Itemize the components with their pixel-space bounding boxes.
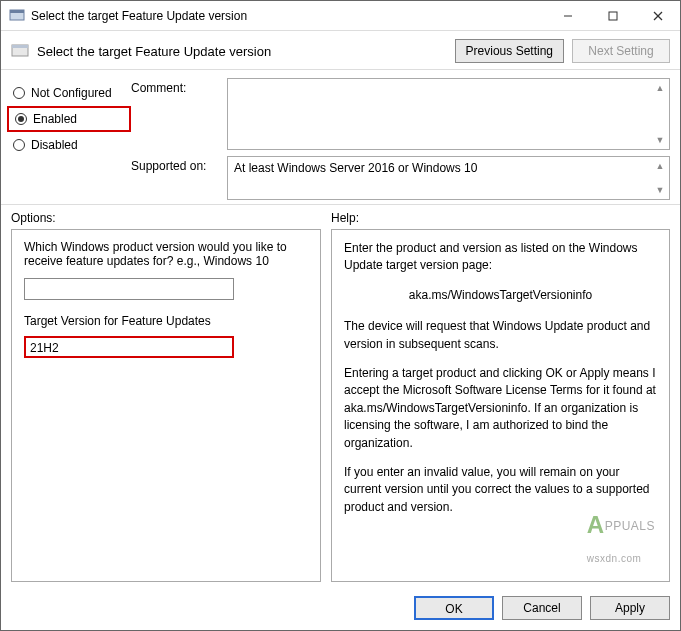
- chevron-down-icon[interactable]: ▼: [653, 133, 667, 147]
- radio-not-configured[interactable]: Not Configured: [11, 80, 131, 106]
- target-version-label: Target Version for Feature Updates: [24, 314, 308, 328]
- help-label: Help:: [331, 211, 670, 225]
- cancel-button[interactable]: Cancel: [502, 596, 582, 620]
- window-title: Select the target Feature Update version: [31, 9, 545, 23]
- maximize-button[interactable]: [590, 1, 635, 31]
- radio-enabled[interactable]: Enabled: [13, 112, 125, 126]
- comment-textarea[interactable]: ▲ ▼: [227, 78, 670, 150]
- policy-icon: [11, 42, 29, 60]
- radio-label: Not Configured: [31, 86, 112, 100]
- radio-icon: [13, 139, 25, 151]
- pane-labels: Options: Help:: [1, 205, 680, 229]
- help-link: aka.ms/WindowsTargetVersioninfo: [344, 287, 657, 304]
- svg-rect-7: [12, 45, 28, 48]
- header: Select the target Feature Update version…: [1, 31, 680, 70]
- titlebar: Select the target Feature Update version: [1, 1, 680, 31]
- minimize-button[interactable]: [545, 1, 590, 31]
- ok-button[interactable]: OK: [414, 596, 494, 620]
- chevron-up-icon[interactable]: ▲: [653, 81, 667, 95]
- policy-title: Select the target Feature Update version: [37, 44, 447, 59]
- highlight-enabled: Enabled: [7, 106, 131, 132]
- state-radio-group: Not Configured Enabled Disabled: [11, 78, 131, 200]
- supported-on-box: At least Windows Server 2016 or Windows …: [227, 156, 670, 200]
- target-version-input[interactable]: 21H2: [24, 336, 234, 358]
- product-question: Which Windows product version would you …: [24, 240, 308, 268]
- svg-rect-1: [10, 10, 24, 13]
- previous-setting-button[interactable]: Previous Setting: [455, 39, 564, 63]
- options-pane: Which Windows product version would you …: [11, 229, 321, 582]
- product-version-input[interactable]: [24, 278, 234, 300]
- help-pane: Enter the product and version as listed …: [331, 229, 670, 582]
- chevron-down-icon[interactable]: ▼: [653, 183, 667, 197]
- supported-on-value: At least Windows Server 2016 or Windows …: [234, 161, 477, 175]
- dialog-buttons: OK Cancel Apply: [1, 588, 680, 630]
- watermark: APPUALS wsxdn.com: [587, 508, 655, 569]
- radio-label: Enabled: [33, 112, 77, 126]
- watermark-brand: PPUALS: [605, 519, 655, 533]
- apply-button[interactable]: Apply: [590, 596, 670, 620]
- options-label: Options:: [11, 211, 331, 225]
- app-icon: [9, 8, 25, 24]
- chevron-up-icon[interactable]: ▲: [653, 159, 667, 173]
- target-version-value: 21H2: [30, 341, 59, 355]
- radio-icon: [13, 87, 25, 99]
- next-setting-button: Next Setting: [572, 39, 670, 63]
- help-paragraph: Enter the product and version as listed …: [344, 240, 657, 275]
- svg-rect-3: [609, 12, 617, 20]
- radio-label: Disabled: [31, 138, 78, 152]
- watermark-site: wsxdn.com: [587, 553, 642, 564]
- radio-icon: [15, 113, 27, 125]
- close-button[interactable]: [635, 1, 680, 31]
- help-paragraph: If you enter an invalid value, you will …: [344, 464, 657, 516]
- help-paragraph: The device will request that Windows Upd…: [344, 318, 657, 353]
- panes: Which Windows product version would you …: [1, 229, 680, 588]
- fields: Comment: ▲ ▼ Supported on: At least Wind…: [131, 78, 670, 200]
- supported-on-label: Supported on:: [131, 156, 221, 173]
- radio-disabled[interactable]: Disabled: [11, 132, 131, 158]
- help-paragraph: Entering a target product and clicking O…: [344, 365, 657, 452]
- config-section: Not Configured Enabled Disabled Comment:…: [1, 70, 680, 205]
- comment-label: Comment:: [131, 78, 221, 95]
